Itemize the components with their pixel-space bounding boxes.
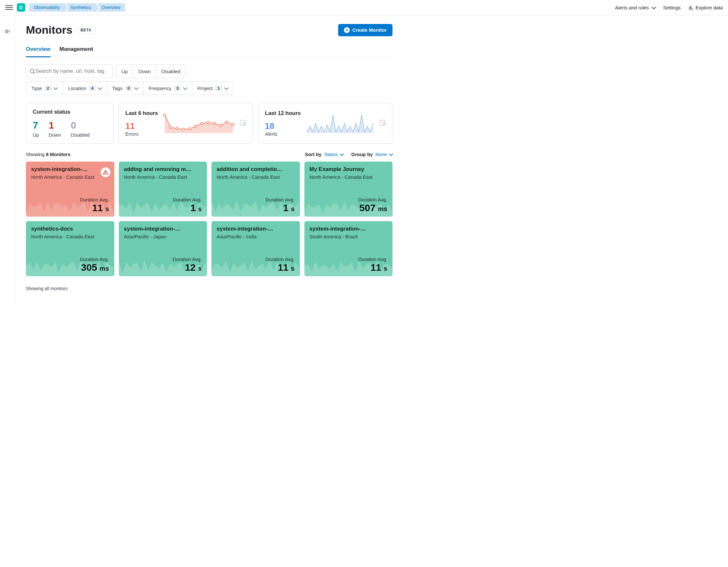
beta-badge: BETA: [76, 26, 96, 34]
duration-label: Duration Avg.: [217, 256, 295, 262]
monitor-card[interactable]: My Example Journey North America - Canad…: [304, 162, 393, 217]
expand-sidebar-icon[interactable]: [4, 28, 11, 35]
current-status-panel: Current status 7Up 1Down 0Disabled: [26, 103, 113, 144]
bar-chart-icon: [688, 5, 694, 10]
tab-management[interactable]: Management: [60, 45, 93, 57]
duration-label: Duration Avg.: [310, 256, 388, 262]
duration-label: Duration Avg.: [124, 197, 202, 202]
card-title: addition and completion of single task: [217, 166, 295, 173]
monitor-card[interactable]: adding and removing multiple tasks North…: [119, 162, 207, 217]
card-location: North America - Canada East: [217, 174, 295, 180]
card-title: adding and removing multiple tasks: [124, 166, 202, 173]
facets: Type2Location4Tags0Frequency3Project1: [26, 81, 233, 95]
facet-location[interactable]: Location4: [63, 82, 107, 95]
card-location: North America - Canada East: [31, 174, 109, 180]
duration-value: 1 s: [217, 202, 295, 213]
filter-down[interactable]: Down: [133, 65, 156, 78]
svg-point-3: [170, 126, 172, 129]
svg-point-21: [105, 173, 106, 174]
svg-point-2: [164, 114, 166, 116]
alerts-sparkline: [306, 114, 374, 133]
create-monitor-button[interactable]: + Create Monitor: [338, 24, 392, 36]
svg-point-7: [195, 125, 197, 127]
duration-value: 507 ms: [310, 202, 388, 213]
alerts-panel: Last 12 hours 18 Alerts: [258, 103, 392, 144]
card-title: system-integration-…: [124, 226, 202, 232]
crumb-synthetics[interactable]: Synthetics: [66, 3, 96, 12]
card-location: Asia/Pacific - Japan: [124, 233, 202, 240]
card-title: system-integration-…: [310, 226, 388, 232]
duration-value: 11 s: [217, 262, 295, 273]
status-title: Current status: [33, 109, 107, 115]
status-filter-group: Up Down Disabled: [116, 64, 186, 78]
svg-point-5: [182, 128, 185, 130]
svg-point-11: [219, 124, 222, 127]
up-count: 7: [33, 120, 39, 131]
duration-label: Duration Avg.: [217, 197, 295, 202]
page-title: Monitors: [26, 24, 73, 36]
card-location: North America - Canada East: [310, 174, 388, 180]
card-location: South America - Brazil: [310, 233, 388, 240]
crumb-observability[interactable]: Observability: [29, 3, 64, 12]
errors-sparkline: [163, 114, 234, 133]
svg-point-8: [201, 122, 203, 124]
alerts-and-rules-menu[interactable]: Alerts and rules: [615, 5, 655, 10]
expand-alerts-icon[interactable]: [379, 119, 386, 127]
svg-line-1: [33, 72, 35, 74]
expand-errors-icon[interactable]: [240, 119, 246, 127]
filter-up[interactable]: Up: [116, 65, 133, 78]
duration-label: Duration Avg.: [31, 256, 109, 262]
group-by-control[interactable]: Group by None: [351, 152, 392, 157]
crumb-overview[interactable]: Overview: [97, 3, 125, 12]
facet-tags[interactable]: Tags0: [107, 82, 143, 95]
svg-point-12: [226, 121, 228, 123]
showing-text: Showing 8 Monitors: [26, 152, 71, 157]
app-badge[interactable]: D: [17, 3, 25, 12]
monitor-cards-grid: system-integration-… North America - Can…: [26, 162, 392, 276]
duration-value: 12 s: [124, 262, 202, 273]
monitor-card[interactable]: system-integration-… Asia/Pacific - Indi…: [211, 221, 300, 276]
card-location: North America - Canada East: [31, 233, 109, 240]
duration-label: Duration Avg.: [31, 197, 109, 202]
monitor-card[interactable]: system-integration-… North America - Can…: [26, 162, 114, 217]
monitor-card[interactable]: system-integration-… Asia/Pacific - Japa…: [119, 221, 207, 276]
down-count: 1: [49, 120, 61, 131]
plus-circle-icon: +: [344, 27, 350, 33]
card-title: synthetics-docs: [31, 226, 109, 232]
errors-panel: Last 6 hours 11 Errors: [119, 103, 253, 144]
svg-point-4: [176, 127, 178, 130]
monitor-card[interactable]: system-integration-… South America - Bra…: [304, 221, 393, 276]
monitor-card[interactable]: synthetics-docs North America - Canada E…: [26, 221, 114, 276]
errors-title: Last 6 hours: [125, 110, 158, 117]
alerts-count: 18: [265, 121, 301, 131]
facet-type[interactable]: Type2: [26, 82, 63, 95]
warning-icon: [101, 167, 110, 177]
search-box[interactable]: [26, 64, 113, 78]
footer-text: Showing all monitors: [26, 286, 392, 291]
card-location: Asia/Pacific - India: [217, 233, 295, 240]
duration-value: 305 ms: [31, 262, 109, 273]
svg-point-6: [188, 128, 191, 130]
card-title: system-integration-…: [217, 226, 295, 232]
tab-overview[interactable]: Overview: [26, 45, 51, 57]
menu-icon[interactable]: [5, 4, 13, 11]
topbar: D Observability Synthetics Overview Aler…: [0, 0, 728, 15]
svg-point-13: [232, 123, 234, 126]
alerts-title: Last 12 hours: [265, 110, 301, 117]
filter-disabled[interactable]: Disabled: [156, 65, 186, 78]
duration-value: 11 s: [31, 202, 109, 213]
tabs: Overview Management: [26, 45, 392, 57]
errors-count: 11: [125, 121, 158, 131]
facet-frequency[interactable]: Frequency3: [143, 82, 192, 95]
settings-link[interactable]: Settings: [663, 5, 681, 10]
sort-by-control[interactable]: Sort by Status: [305, 152, 343, 157]
svg-point-0: [30, 69, 34, 73]
card-title: system-integration-…: [31, 166, 109, 173]
card-location: North America - Canada East: [124, 174, 202, 180]
monitor-card[interactable]: addition and completion of single task N…: [211, 162, 300, 217]
explore-data-link[interactable]: Explore data: [688, 5, 723, 10]
card-title: My Example Journey: [310, 166, 388, 173]
search-input[interactable]: [35, 68, 109, 74]
sidebar-collapsed: [0, 15, 15, 304]
facet-project[interactable]: Project1: [192, 82, 233, 95]
